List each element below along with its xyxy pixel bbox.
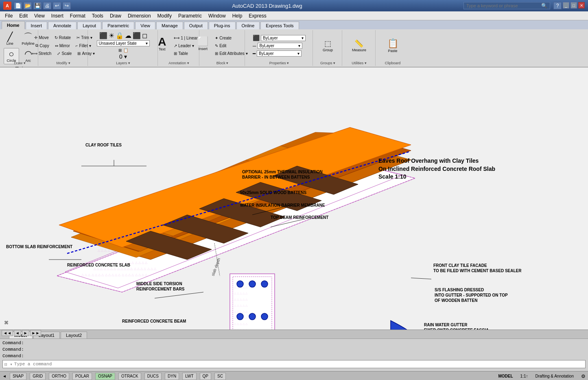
quick-print[interactable]: 🖨: [43, 2, 51, 9]
menu-draw[interactable]: Draw: [107, 11, 125, 20]
tab-output[interactable]: Output: [184, 22, 208, 29]
tab-online[interactable]: Online: [236, 22, 260, 29]
tab-layout[interactable]: Layout: [77, 22, 101, 29]
menu-modify[interactable]: Modify: [154, 11, 175, 20]
tab-layout2[interactable]: Layout2: [61, 332, 87, 339]
layer-dropdown[interactable]: Unsaved Layer State ▾: [97, 40, 150, 46]
layer-extra-icon: ⊞: [118, 48, 122, 52]
block-edit-button[interactable]: ✎ Edit: [212, 42, 250, 49]
nav-prev[interactable]: ◄◄: [2, 330, 13, 336]
measure-button[interactable]: 📏 Measure: [349, 37, 369, 54]
linear-icon: ⟷: [174, 36, 179, 40]
tab-home[interactable]: Home: [2, 21, 25, 29]
quick-save[interactable]: 💾: [33, 2, 42, 9]
menu-insert[interactable]: Insert: [48, 11, 67, 20]
menu-parametric[interactable]: Parametric: [175, 11, 205, 20]
nav-right[interactable]: ►: [22, 330, 29, 336]
grid-button[interactable]: GRID: [30, 373, 46, 380]
modify-rotate-button[interactable]: ↻ Rotate: [52, 34, 73, 41]
block-editattr-button[interactable]: ⊞ Edit Attributes▾: [212, 50, 250, 57]
menu-view[interactable]: View: [31, 11, 48, 20]
svg-text:△ △ △ △ △: △ △ △ △ △: [234, 310, 248, 313]
layer-icon-6[interactable]: ◻: [142, 32, 147, 39]
array-icon: ⊞: [77, 51, 81, 56]
menu-express[interactable]: Express: [245, 11, 269, 20]
layer-icon-3[interactable]: 🔒: [116, 32, 124, 39]
tab-express[interactable]: Express Tools: [260, 22, 299, 29]
draw-line-button[interactable]: ╱ Line: [2, 31, 17, 47]
tab-parametric[interactable]: Parametric: [102, 22, 134, 29]
menu-help[interactable]: Help: [229, 11, 246, 20]
quick-redo[interactable]: ↪: [63, 2, 71, 9]
model-label: MODEL: [498, 374, 513, 378]
paste-button[interactable]: 📋 Paste: [385, 37, 401, 55]
qp-button[interactable]: QP: [200, 373, 211, 380]
menu-format[interactable]: Format: [67, 11, 89, 20]
quick-undo[interactable]: ↩: [53, 2, 61, 9]
layers-group-label: Layers ▾: [89, 61, 157, 65]
layer-icon-5[interactable]: ⬛: [133, 32, 141, 39]
dyn-button[interactable]: DYN: [165, 373, 179, 380]
help-icon[interactable]: ?: [553, 2, 562, 9]
tab-manage[interactable]: Manage: [156, 22, 183, 29]
linetype-icon: ─: [253, 43, 256, 49]
svg-text:△ △ △ △ △: △ △ △ △ △: [234, 328, 248, 330]
menu-edit[interactable]: Edit: [16, 11, 31, 20]
settings-icon[interactable]: ⚙: [581, 373, 586, 379]
linetype-dropdown[interactable]: ByLayer ▾: [258, 43, 302, 49]
command-input-row[interactable]: ⊡ ▾: [2, 360, 586, 368]
restore-button[interactable]: □: [571, 2, 577, 9]
snap-button[interactable]: SNAP: [10, 373, 26, 380]
menu-window[interactable]: Window: [205, 11, 229, 20]
group-button[interactable]: ⬚ Group: [320, 37, 336, 54]
lineweight-dropdown[interactable]: ByLayer ▾: [257, 50, 302, 57]
canvas-area[interactable]: △ △ △ △ △ △ △ △ △ △ △ △ △ △ △ △ △ △ △ △ …: [0, 68, 588, 330]
tab-plugins[interactable]: Plug-ins: [209, 22, 236, 29]
minimize-button[interactable]: _: [563, 2, 569, 9]
properties-group-label: Properties ▾: [246, 61, 313, 65]
tab-annotate[interactable]: Annotate: [48, 22, 77, 29]
color-dropdown[interactable]: ByLayer ▾: [261, 35, 306, 41]
modify-stretch-button[interactable]: ⟺ Stretch: [29, 50, 54, 57]
menu-tools[interactable]: Tools: [89, 11, 107, 20]
menubar: File Edit View Insert Format Tools Draw …: [0, 11, 588, 20]
modify-scale-button[interactable]: ⤢ Scale: [55, 50, 74, 57]
modify-move-button[interactable]: ✛ Move: [32, 34, 51, 41]
nav-left-icon[interactable]: ◄: [2, 374, 7, 378]
quick-open[interactable]: 📂: [24, 2, 32, 9]
nav-left[interactable]: ◄: [14, 330, 21, 336]
app-icon: A: [3, 2, 11, 10]
modify-copy-button[interactable]: ⧉ Copy: [33, 42, 51, 49]
sc-button[interactable]: SC: [214, 373, 226, 380]
nav-next[interactable]: ►►: [30, 330, 42, 336]
line-icon: ╱: [7, 33, 13, 41]
tab-insert[interactable]: Insert: [26, 22, 48, 29]
otrack-button[interactable]: OTRACK: [118, 373, 141, 380]
lwt-button[interactable]: LWT: [182, 373, 196, 380]
modify-mirror-button[interactable]: ⇔ Mirror: [52, 42, 72, 49]
viewport-tabs: ◄◄ ◄ ► ►► Model Layout1 Layout2: [0, 330, 588, 339]
annotation-group-label: Annotation ▾: [159, 61, 199, 65]
menu-file[interactable]: File: [2, 11, 16, 20]
ducs-button[interactable]: DUCS: [144, 373, 162, 380]
osnap-button[interactable]: OSNAP: [95, 373, 115, 380]
command-input[interactable]: [14, 362, 584, 367]
layer-icon-4[interactable]: ☁: [125, 32, 131, 39]
tab-view[interactable]: View: [135, 22, 155, 29]
menu-dimension[interactable]: Dimension: [125, 11, 154, 20]
layer-icon-2[interactable]: ☀: [109, 32, 114, 39]
polar-button[interactable]: POLAR: [72, 373, 92, 380]
svg-point-63: [237, 313, 243, 320]
quick-new[interactable]: 📄: [14, 2, 22, 9]
layer-icon-1[interactable]: ⬛: [99, 32, 107, 39]
search-icon[interactable]: 🔍: [541, 3, 547, 9]
label-water-barrier: WATER INSULATION BARRIER MEMBRANE: [240, 203, 325, 207]
search-input[interactable]: [466, 3, 540, 8]
viewport: △ △ △ △ △ △ △ △ △ △ △ △ △ △ △ △ △ △ △ △ …: [0, 68, 588, 330]
close-button[interactable]: ✕: [578, 2, 585, 9]
block-create-button[interactable]: ✦ Create: [212, 35, 250, 41]
insert-button[interactable]: ⬜ Insert: [195, 35, 211, 52]
text-button[interactable]: A Text: [154, 35, 170, 53]
scale-label: 1:1↑: [520, 374, 528, 378]
ortho-button[interactable]: ORTHO: [49, 373, 69, 380]
